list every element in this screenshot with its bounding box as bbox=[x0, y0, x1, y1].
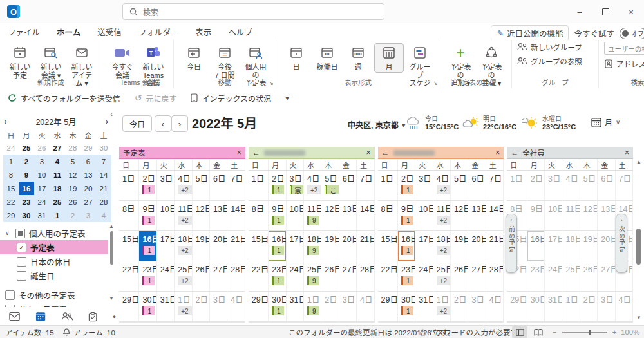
mini-day-cell[interactable]: 5 bbox=[65, 155, 80, 168]
event-chip[interactable]: 1 bbox=[401, 246, 413, 255]
day-cell[interactable]: 20日 bbox=[339, 231, 357, 261]
day-cell[interactable]: 16日1 bbox=[269, 231, 286, 261]
day-cell[interactable]: 1日9 bbox=[304, 292, 321, 322]
mini-day-cell[interactable]: 15 bbox=[3, 182, 19, 195]
day-cell[interactable]: 21日 bbox=[486, 231, 504, 261]
day-cell[interactable]: 12日 bbox=[580, 201, 598, 231]
day-cell[interactable]: 30日1 bbox=[398, 292, 415, 322]
day-cell[interactable]: 4日+2 bbox=[175, 171, 192, 201]
mini-day-cell[interactable]: 24 bbox=[3, 141, 19, 155]
mini-prev-icon[interactable]: ‹ bbox=[4, 117, 6, 126]
browse-groups-button[interactable]: グループの参照 bbox=[517, 56, 582, 66]
event-chip[interactable]: こ bbox=[325, 185, 339, 194]
day-cell[interactable]: 8日 bbox=[119, 201, 139, 231]
day-cell[interactable]: 27日 bbox=[210, 261, 227, 292]
day-cell[interactable]: 18日+2 bbox=[433, 231, 451, 261]
day-cell[interactable]: 1日 bbox=[249, 171, 269, 201]
meet-now-button[interactable]: 今すぐ 会議 bbox=[108, 43, 137, 80]
ribbon-collapse-icon[interactable]: ∨ bbox=[632, 76, 638, 84]
mini-day-cell[interactable]: 24 bbox=[34, 195, 50, 209]
day-cell[interactable]: 27日 bbox=[339, 261, 357, 292]
day-cell[interactable]: 13日 bbox=[210, 201, 227, 231]
day-cell[interactable]: 14日 bbox=[486, 201, 504, 231]
day-cell[interactable]: 11日9 bbox=[304, 201, 321, 231]
day-cell[interactable]: 25日+2 bbox=[175, 261, 192, 292]
day-cell[interactable]: 11日+2 bbox=[433, 201, 451, 231]
event-chip[interactable]: 9 bbox=[307, 306, 319, 315]
day-cell[interactable]: 28日 bbox=[227, 261, 245, 292]
day-cell[interactable]: 29日 bbox=[378, 292, 398, 322]
day-cell[interactable]: 14日 bbox=[357, 201, 374, 231]
day-cell[interactable]: 21日 bbox=[357, 231, 374, 261]
day-cell[interactable]: 13日 bbox=[339, 201, 357, 231]
day-cell[interactable]: 3日憲 bbox=[287, 171, 304, 201]
back-arrow-icon[interactable]: ← bbox=[382, 148, 390, 157]
day-cell[interactable]: 25日 bbox=[562, 261, 580, 292]
new-appointment-button[interactable]: 新しい 予定 bbox=[5, 43, 35, 80]
day-cell[interactable]: 17日 bbox=[545, 231, 562, 261]
tree-item-birthday[interactable]: 誕生日 bbox=[0, 268, 108, 283]
day-cell[interactable]: 22日 bbox=[119, 261, 139, 292]
calendar-close-icon[interactable]: × bbox=[366, 148, 370, 157]
event-chip[interactable]: +2 bbox=[178, 276, 191, 285]
back-arrow-icon[interactable]: ← bbox=[511, 148, 518, 157]
view-month-button[interactable]: 月 bbox=[374, 43, 404, 73]
day-cell[interactable]: 27日 bbox=[468, 261, 486, 292]
scroll-thumb[interactable] bbox=[110, 231, 113, 265]
day-cell[interactable]: 2日1 bbox=[398, 171, 415, 201]
day-cell[interactable]: 16日1 bbox=[139, 231, 156, 261]
day-cell[interactable]: 2日 bbox=[451, 292, 468, 322]
mini-day-cell[interactable]: 3 bbox=[34, 155, 50, 168]
try-now-toggle[interactable]: オフ bbox=[620, 28, 644, 39]
mini-day-cell[interactable]: 30 bbox=[96, 141, 111, 155]
day-cell[interactable]: 19日 bbox=[451, 231, 468, 261]
day-cell[interactable]: 1日 bbox=[507, 171, 527, 201]
day-cell[interactable]: 10日 bbox=[415, 201, 433, 231]
mini-day-cell[interactable]: 12 bbox=[65, 168, 80, 182]
day-cell[interactable]: 25日9 bbox=[304, 261, 321, 292]
mini-day-cell[interactable]: 2 bbox=[19, 155, 34, 168]
search-input[interactable]: 検索 bbox=[122, 3, 384, 20]
checkbox[interactable] bbox=[5, 290, 15, 300]
day-cell[interactable]: 17日 bbox=[157, 231, 175, 261]
day-cell[interactable]: 31日 bbox=[545, 292, 562, 322]
day-cell[interactable]: 3日 bbox=[468, 292, 486, 322]
mini-day-cell[interactable]: 8 bbox=[3, 168, 19, 182]
day-cell[interactable]: 20日 bbox=[210, 231, 227, 261]
day-cell[interactable]: 7日 bbox=[616, 171, 633, 201]
event-chip[interactable]: 1 bbox=[401, 185, 413, 194]
day-cell[interactable]: 19日 bbox=[193, 231, 210, 261]
event-chip[interactable]: +2 bbox=[437, 276, 450, 285]
mini-day-cell[interactable]: 7 bbox=[96, 155, 111, 168]
next-7-days-button[interactable]: ::: 今後 7 日間 bbox=[210, 43, 240, 80]
day-cell[interactable]: 1日+2 bbox=[175, 292, 192, 322]
day-cell[interactable]: 24日 bbox=[545, 261, 562, 292]
day-cell[interactable]: 20日 bbox=[598, 231, 615, 261]
checkbox-checked[interactable]: ✓ bbox=[17, 243, 26, 252]
mini-day-cell[interactable]: 3 bbox=[80, 209, 96, 222]
maximize-button[interactable] bbox=[592, 0, 618, 23]
day-cell[interactable]: 3日 bbox=[545, 171, 562, 201]
day-cell[interactable]: 18日+2 bbox=[175, 231, 192, 261]
tasks-module-icon[interactable] bbox=[88, 312, 97, 322]
zoom-out-icon[interactable]: − bbox=[553, 328, 557, 336]
day-cell[interactable]: 23日1 bbox=[269, 261, 286, 292]
event-chip[interactable]: +2 bbox=[437, 306, 450, 315]
day-cell[interactable]: 18日9 bbox=[304, 231, 321, 261]
day-cell[interactable]: 8日 bbox=[378, 201, 398, 231]
event-chip[interactable]: 1 bbox=[401, 216, 413, 225]
day-cell[interactable]: 23日1 bbox=[139, 261, 156, 292]
event-chip[interactable]: 1 bbox=[401, 306, 413, 315]
event-chip[interactable]: 1 bbox=[272, 246, 284, 255]
event-chip[interactable]: 1 bbox=[142, 246, 155, 255]
day-cell[interactable]: 27日 bbox=[598, 261, 615, 292]
event-chip[interactable]: +2 bbox=[437, 185, 450, 194]
menu-view[interactable]: 表示 bbox=[195, 26, 211, 38]
undo-button[interactable]: ↺ 元に戻す bbox=[135, 93, 177, 104]
mini-day-cell[interactable]: 4 bbox=[50, 155, 65, 168]
day-cell[interactable]: 6日 bbox=[210, 171, 227, 201]
day-cell[interactable]: 26日 bbox=[451, 261, 468, 292]
day-cell[interactable]: 10日 bbox=[545, 201, 562, 231]
day-cell[interactable]: 28日 bbox=[486, 261, 504, 292]
day-cell[interactable]: 2日 bbox=[321, 292, 339, 322]
